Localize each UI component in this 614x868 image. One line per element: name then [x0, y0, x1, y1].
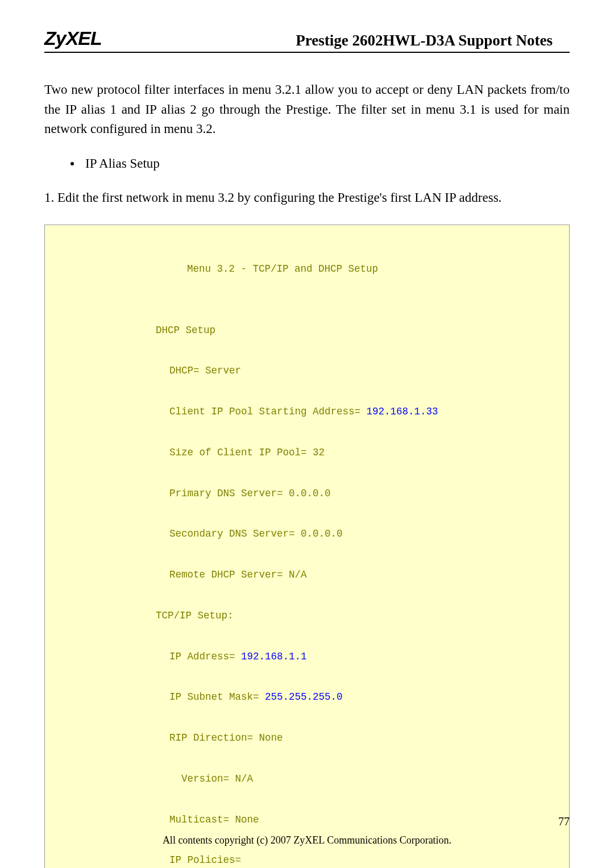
term-ip-addr-val: 192.168.1.1	[241, 651, 307, 662]
term-client-pool-label: Client IP Pool Starting Address=	[169, 406, 367, 417]
term-dhcp: DHCP= Server	[45, 361, 569, 381]
terminal-block: Menu 3.2 - TCP/IP and DHCP Setup DHCP Se…	[44, 225, 570, 868]
term-dhcp-setup: DHCP Setup	[45, 321, 569, 341]
term-primary-dns: Primary DNS Server= 0.0.0.0	[45, 484, 569, 504]
term-secondary-dns: Secondary DNS Server= 0.0.0.0	[45, 524, 569, 545]
page-number: 77	[558, 815, 570, 828]
doc-title: Prestige 2602HWL-D3A Support Notes	[296, 32, 570, 49]
step-1-text: 1. Edit the first network in menu 3.2 by…	[44, 188, 570, 208]
term-remote-dhcp: Remote DHCP Server= N/A	[45, 565, 569, 585]
term-title: Menu 3.2 - TCP/IP and DHCP Setup	[45, 259, 378, 280]
intro-paragraph: Two new protocol filter interfaces in me…	[44, 80, 570, 139]
term-subnet: IP Subnet Mask= 255.255.255.0	[45, 687, 569, 708]
term-pool-size: Size of Client IP Pool= 32	[45, 443, 569, 463]
term-client-pool: Client IP Pool Starting Address= 192.168…	[45, 402, 569, 422]
copyright-footer: All contents copyright (c) 2007 ZyXEL Co…	[0, 834, 614, 846]
term-version: Version= N/A	[45, 769, 569, 790]
term-tcpip-setup: TCP/IP Setup:	[45, 606, 569, 626]
term-client-pool-val: 192.168.1.33	[367, 406, 438, 417]
brand-logo: ZyXEL	[44, 27, 102, 49]
page-header: ZyXEL Prestige 2602HWL-D3A Support Notes	[44, 27, 570, 53]
term-subnet-label: IP Subnet Mask=	[169, 691, 265, 703]
bullet-icon	[70, 162, 74, 165]
term-ip-policies: IP Policies=	[45, 850, 569, 868]
term-subnet-val: 255.255.255.0	[265, 691, 343, 703]
term-rip-dir: RIP Direction= None	[45, 728, 569, 749]
term-ip-addr: IP Address= 192.168.1.1	[45, 647, 569, 667]
bullet-item: IP Alias Setup	[70, 156, 570, 171]
term-ip-addr-label: IP Address=	[169, 651, 241, 662]
bullet-label: IP Alias Setup	[85, 156, 160, 171]
term-multicast: Multicast= None	[45, 810, 569, 830]
